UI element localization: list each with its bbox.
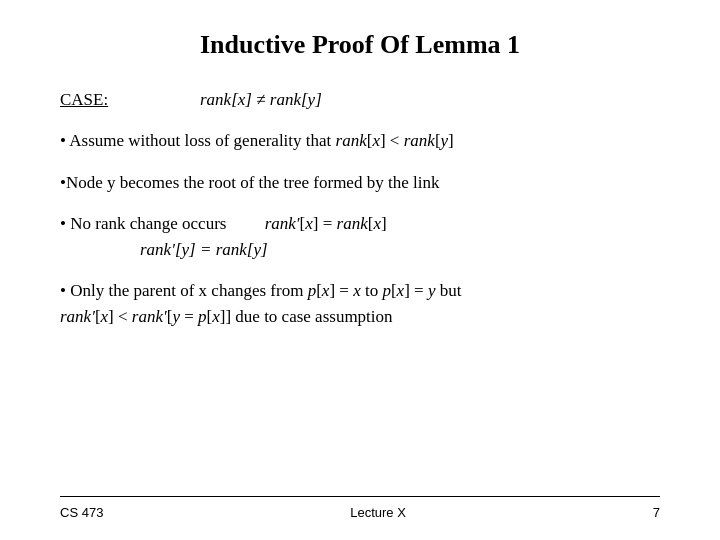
case-label: CASE: (60, 90, 140, 110)
footer-center: Lecture X (350, 505, 406, 520)
bullet-3: • No rank change occurs rank′[x] = rank[… (60, 211, 660, 262)
bullet-2: •Node y becomes the root of the tree for… (60, 170, 660, 196)
bullet-1: • Assume without loss of generality that… (60, 128, 660, 154)
case-line: CASE: rank[x] ≠ rank[y] (60, 90, 660, 110)
content-area: CASE: rank[x] ≠ rank[y] • Assume without… (60, 90, 660, 486)
footer: CS 473 Lecture X 7 (60, 496, 660, 520)
slide: Inductive Proof Of Lemma 1 CASE: rank[x]… (0, 0, 720, 540)
footer-left: CS 473 (60, 505, 103, 520)
footer-right: 7 (653, 505, 660, 520)
bullet-4: • Only the parent of x changes from p[x]… (60, 278, 660, 329)
becomes-word: becomes (120, 173, 179, 192)
slide-title: Inductive Proof Of Lemma 1 (60, 30, 660, 60)
case-formula: rank[x] ≠ rank[y] (200, 90, 322, 110)
